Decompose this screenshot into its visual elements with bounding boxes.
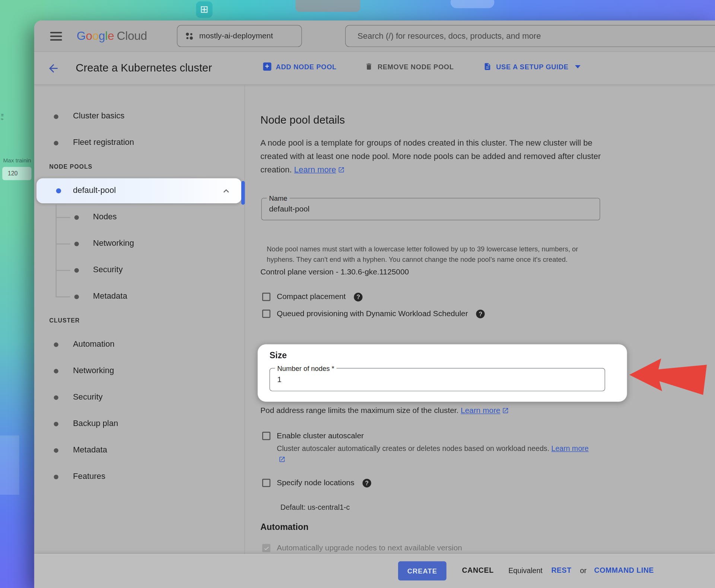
back-arrow-icon[interactable] (47, 62, 60, 75)
step-dot (74, 268, 79, 273)
external-link-icon (338, 166, 344, 173)
document-icon (483, 63, 492, 71)
name-input[interactable] (262, 198, 600, 220)
background-tick-marks: ≡≈ (1, 113, 9, 121)
pod-range-note: Pod address range limits the maximum siz… (260, 406, 509, 415)
sidebar-item-pool-metadata[interactable]: Metadata (93, 291, 127, 301)
step-dot (54, 369, 58, 374)
page-header: Create a Kubernetes cluster + ADD NODE P… (34, 52, 715, 85)
search-bar (345, 25, 715, 47)
remove-node-pool-button[interactable]: REMOVE NODE POOL (365, 63, 454, 71)
equivalent-label: Equivalent (508, 567, 542, 575)
compact-placement-row: Compact placement ? (262, 292, 363, 301)
number-of-nodes-input[interactable] (270, 368, 605, 391)
background-field-label: Max trainin (3, 157, 34, 163)
dialog-footer: CREATE CANCEL Equivalent REST or COMMAND… (34, 554, 715, 588)
cancel-button[interactable]: CANCEL (462, 566, 493, 575)
hamburger-menu-icon[interactable] (50, 32, 62, 43)
help-icon[interactable]: ? (354, 293, 362, 301)
default-location-note: Default: us-central1-c (280, 503, 350, 512)
control-plane-version: Control plane version - 1.30.6-gke.11250… (260, 268, 409, 277)
create-button[interactable]: CREATE (398, 561, 447, 580)
use-setup-guide-button[interactable]: USE A SETUP GUIDE (483, 63, 581, 71)
top-app-bar: GoogleCloud mostly-ai-deployment (34, 20, 715, 52)
command-line-link[interactable]: COMMAND LINE (594, 566, 654, 575)
sidebar-item-fleet-registration[interactable]: Fleet registration (73, 138, 134, 147)
learn-more-link[interactable]: Learn more (294, 165, 345, 174)
selected-section-indicator (241, 181, 245, 205)
page-title: Create a Kubernetes cluster (76, 61, 212, 74)
sidebar-item-nodes[interactable]: Nodes (93, 212, 117, 222)
cluster-section-label: CLUSTER (49, 317, 80, 324)
background-blue-shape (451, 0, 495, 8)
section-heading: Node pool details (260, 114, 345, 126)
sidebar-item-backup-plan[interactable]: Backup plan (73, 419, 118, 428)
add-node-pool-button[interactable]: + ADD NODE POOL (263, 63, 337, 71)
compact-placement-checkbox[interactable] (262, 293, 270, 301)
step-dot (54, 395, 58, 400)
learn-more-link[interactable]: Learn more (461, 406, 509, 415)
sidebar-item-metadata[interactable]: Metadata (73, 445, 107, 455)
step-dot-active (56, 188, 61, 193)
step-dot (74, 215, 79, 220)
sidebar-item-pool-networking[interactable]: Networking (93, 238, 134, 248)
automation-heading: Automation (260, 522, 308, 532)
background-field-value: 120 (2, 167, 31, 180)
step-dot (54, 475, 58, 479)
google-cloud-logo: GoogleCloud (77, 29, 147, 43)
background-panel-edge (0, 435, 19, 495)
tree-connector (55, 217, 70, 218)
auto-upgrade-row: Automatically upgrade nodes to next avai… (262, 544, 462, 553)
background-app-icon: ⊞ (196, 1, 213, 18)
add-icon: + (263, 63, 271, 71)
number-of-nodes-field: Number of nodes * (270, 368, 605, 391)
step-dot (54, 422, 58, 426)
chevron-down-icon (575, 65, 581, 68)
external-link-icon (502, 407, 509, 414)
size-heading: Size (270, 351, 287, 361)
step-dot (74, 242, 79, 246)
help-icon[interactable]: ? (476, 309, 485, 318)
node-locations-row: Specify node locations ? (262, 478, 371, 487)
project-name: mostly-ai-deployment (199, 31, 273, 40)
cluster-autoscaler-row: Enable cluster autoscaler (262, 431, 364, 440)
auto-upgrade-checkbox[interactable] (262, 544, 270, 552)
sidebar-item-networking[interactable]: Networking (73, 366, 114, 375)
check-icon (263, 545, 269, 551)
trash-icon (365, 63, 373, 71)
step-dot (74, 295, 79, 299)
sidebar-item-cluster-basics[interactable]: Cluster basics (73, 111, 124, 121)
help-icon[interactable]: ? (363, 479, 371, 487)
or-label: or (580, 567, 587, 575)
name-field: Name (261, 198, 600, 220)
project-icon (185, 31, 194, 40)
tree-connector (55, 296, 70, 297)
rest-link[interactable]: REST (551, 566, 571, 575)
screen: ⊞ ≡≈ Max trainin 120 GoogleCloud mostly-… (0, 0, 715, 588)
section-intro: A node pool is a template for groups of … (260, 136, 608, 177)
background-gray-shape (295, 0, 360, 12)
node-pools-section-label: NODE POOLS (49, 163, 92, 170)
sidebar-item-features[interactable]: Features (73, 471, 105, 481)
tree-connector (55, 244, 70, 244)
step-dot (54, 448, 58, 453)
tree-connector (55, 270, 70, 271)
sidebar-item-default-pool[interactable]: default-pool (36, 178, 242, 203)
sidebar-item-automation[interactable]: Automation (73, 339, 115, 349)
external-link-icon (279, 456, 285, 463)
cluster-autoscaler-checkbox[interactable] (262, 432, 270, 440)
queued-provisioning-row: Queued provisioning with Dynamic Workloa… (262, 309, 485, 318)
project-picker[interactable]: mostly-ai-deployment (177, 25, 302, 47)
form-nav-sidebar: Cluster basics Fleet registration NODE P… (34, 85, 245, 554)
sidebar-item-security[interactable]: Security (73, 392, 103, 402)
node-locations-checkbox[interactable] (262, 479, 270, 487)
create-cluster-dialog: GoogleCloud mostly-ai-deployment Create … (34, 20, 715, 588)
search-input[interactable] (346, 26, 715, 47)
size-section-card: Size Number of nodes * (258, 344, 627, 401)
name-helper-text: Node pool names must start with a lowerc… (267, 244, 604, 264)
sidebar-item-pool-security[interactable]: Security (93, 265, 123, 274)
autoscaler-description: Cluster autoscaler automatically creates… (277, 443, 597, 465)
chevron-up-icon[interactable] (221, 185, 232, 196)
step-dot (54, 141, 58, 145)
queued-provisioning-checkbox[interactable] (262, 309, 270, 318)
